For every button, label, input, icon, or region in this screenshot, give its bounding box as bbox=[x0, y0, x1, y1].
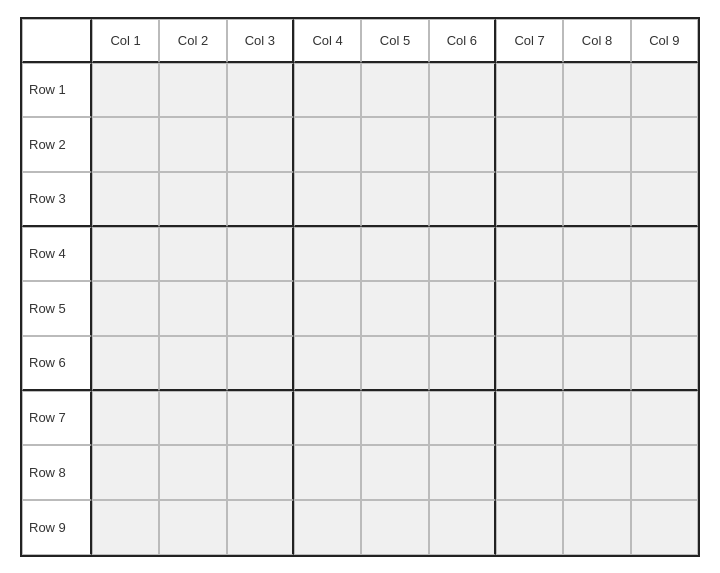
data-cell-r8-c6 bbox=[429, 445, 496, 500]
data-cell-r7-c4 bbox=[294, 391, 361, 446]
data-cell-r3-c4 bbox=[294, 172, 361, 227]
data-cell-r5-c3 bbox=[227, 281, 294, 336]
data-cell-r1-c3 bbox=[227, 63, 294, 118]
row-label-8: Row 8 bbox=[22, 445, 92, 500]
header-col-7: Col 7 bbox=[496, 19, 563, 63]
data-cell-r2-c5 bbox=[361, 117, 428, 172]
header-col-1: Col 1 bbox=[92, 19, 159, 63]
data-cell-r9-c7 bbox=[496, 500, 563, 555]
data-cell-r4-c6 bbox=[429, 227, 496, 282]
data-cell-r8-c5 bbox=[361, 445, 428, 500]
data-cell-r5-c2 bbox=[159, 281, 226, 336]
data-cell-r9-c3 bbox=[227, 500, 294, 555]
data-cell-r8-c1 bbox=[92, 445, 159, 500]
data-cell-r2-c3 bbox=[227, 117, 294, 172]
row-label-5: Row 5 bbox=[22, 281, 92, 336]
data-cell-r3-c8 bbox=[563, 172, 630, 227]
data-cell-r7-c2 bbox=[159, 391, 226, 446]
data-cell-r6-c5 bbox=[361, 336, 428, 391]
data-cell-r9-c1 bbox=[92, 500, 159, 555]
row-label-1: Row 1 bbox=[22, 63, 92, 118]
data-cell-r2-c7 bbox=[496, 117, 563, 172]
data-cell-r7-c1 bbox=[92, 391, 159, 446]
header-col-5: Col 5 bbox=[361, 19, 428, 63]
data-cell-r8-c9 bbox=[631, 445, 698, 500]
data-cell-r9-c2 bbox=[159, 500, 226, 555]
data-cell-r8-c7 bbox=[496, 445, 563, 500]
data-cell-r5-c6 bbox=[429, 281, 496, 336]
data-cell-r8-c3 bbox=[227, 445, 294, 500]
data-cell-r9-c6 bbox=[429, 500, 496, 555]
data-cell-r6-c4 bbox=[294, 336, 361, 391]
header-col-9: Col 9 bbox=[631, 19, 698, 63]
header-col-4: Col 4 bbox=[294, 19, 361, 63]
data-cell-r2-c8 bbox=[563, 117, 630, 172]
data-cell-r3-c7 bbox=[496, 172, 563, 227]
data-cell-r4-c5 bbox=[361, 227, 428, 282]
data-cell-r9-c8 bbox=[563, 500, 630, 555]
data-cell-r6-c2 bbox=[159, 336, 226, 391]
row-label-4: Row 4 bbox=[22, 227, 92, 282]
data-cell-r3-c3 bbox=[227, 172, 294, 227]
data-cell-r1-c9 bbox=[631, 63, 698, 118]
data-cell-r7-c8 bbox=[563, 391, 630, 446]
data-cell-r6-c1 bbox=[92, 336, 159, 391]
header-col-6: Col 6 bbox=[429, 19, 496, 63]
data-cell-r8-c8 bbox=[563, 445, 630, 500]
data-cell-r1-c5 bbox=[361, 63, 428, 118]
data-cell-r7-c9 bbox=[631, 391, 698, 446]
row-label-7: Row 7 bbox=[22, 391, 92, 446]
data-cell-r6-c3 bbox=[227, 336, 294, 391]
header-col-8: Col 8 bbox=[563, 19, 630, 63]
data-cell-r2-c1 bbox=[92, 117, 159, 172]
data-cell-r5-c8 bbox=[563, 281, 630, 336]
data-cell-r2-c6 bbox=[429, 117, 496, 172]
header-col-2: Col 2 bbox=[159, 19, 226, 63]
data-cell-r1-c1 bbox=[92, 63, 159, 118]
data-cell-r7-c3 bbox=[227, 391, 294, 446]
data-cell-r4-c3 bbox=[227, 227, 294, 282]
data-cell-r3-c5 bbox=[361, 172, 428, 227]
data-cell-r8-c4 bbox=[294, 445, 361, 500]
data-cell-r7-c6 bbox=[429, 391, 496, 446]
row-label-6: Row 6 bbox=[22, 336, 92, 391]
row-label-9: Row 9 bbox=[22, 500, 92, 555]
data-cell-r4-c2 bbox=[159, 227, 226, 282]
data-cell-r1-c8 bbox=[563, 63, 630, 118]
data-cell-r3-c1 bbox=[92, 172, 159, 227]
data-cell-r6-c9 bbox=[631, 336, 698, 391]
data-cell-r1-c2 bbox=[159, 63, 226, 118]
corner-cell bbox=[22, 19, 92, 63]
data-cell-r9-c9 bbox=[631, 500, 698, 555]
data-cell-r7-c5 bbox=[361, 391, 428, 446]
data-cell-r3-c6 bbox=[429, 172, 496, 227]
data-cell-r1-c7 bbox=[496, 63, 563, 118]
data-cell-r4-c7 bbox=[496, 227, 563, 282]
data-cell-r4-c1 bbox=[92, 227, 159, 282]
data-cell-r2-c2 bbox=[159, 117, 226, 172]
row-label-2: Row 2 bbox=[22, 117, 92, 172]
data-cell-r5-c4 bbox=[294, 281, 361, 336]
data-cell-r8-c2 bbox=[159, 445, 226, 500]
header-col-3: Col 3 bbox=[227, 19, 294, 63]
data-cell-r6-c6 bbox=[429, 336, 496, 391]
data-cell-r3-c9 bbox=[631, 172, 698, 227]
data-cell-r1-c6 bbox=[429, 63, 496, 118]
data-cell-r4-c4 bbox=[294, 227, 361, 282]
data-cell-r5-c5 bbox=[361, 281, 428, 336]
data-cell-r2-c4 bbox=[294, 117, 361, 172]
data-cell-r5-c7 bbox=[496, 281, 563, 336]
data-cell-r4-c9 bbox=[631, 227, 698, 282]
data-cell-r6-c7 bbox=[496, 336, 563, 391]
row-label-3: Row 3 bbox=[22, 172, 92, 227]
data-cell-r7-c7 bbox=[496, 391, 563, 446]
data-cell-r1-c4 bbox=[294, 63, 361, 118]
data-cell-r6-c8 bbox=[563, 336, 630, 391]
data-cell-r4-c8 bbox=[563, 227, 630, 282]
data-cell-r5-c1 bbox=[92, 281, 159, 336]
data-cell-r5-c9 bbox=[631, 281, 698, 336]
data-cell-r9-c5 bbox=[361, 500, 428, 555]
data-cell-r9-c4 bbox=[294, 500, 361, 555]
data-cell-r3-c2 bbox=[159, 172, 226, 227]
grid-container: Col 1Col 2Col 3Col 4Col 5Col 6Col 7Col 8… bbox=[20, 17, 700, 557]
